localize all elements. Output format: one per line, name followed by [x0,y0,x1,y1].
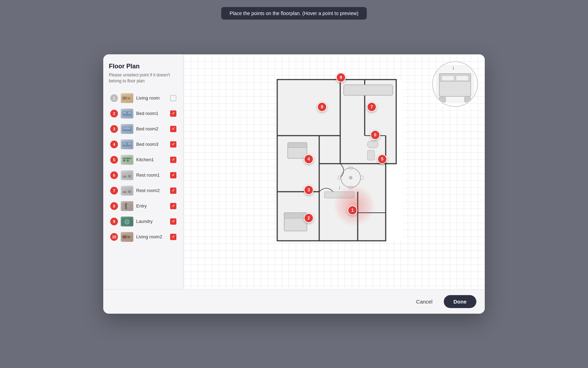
svg-rect-5 [123,112,126,114]
svg-rect-58 [368,141,378,148]
room-name: Laundry [136,219,167,224]
room-name: Kitchen1 [136,157,167,162]
room-checkbox[interactable] [170,95,176,101]
sidebar: Floor Plan Please unselect point if it d… [103,54,184,289]
room-number: 3 [110,125,118,133]
svg-rect-22 [123,191,126,193]
cancel-button[interactable]: Cancel [409,295,440,308]
room-name: Rest room1 [136,172,167,178]
svg-rect-54 [288,143,307,148]
svg-rect-67 [439,97,446,102]
list-item[interactable]: 7 Rest room2 [109,184,178,198]
svg-rect-66 [456,76,468,81]
room-number: 8 [110,202,118,210]
room-number: 10 [110,233,118,241]
tooltip-text: Place the points on the floorplan. (Hove… [230,11,358,16]
tooltip-bar: Place the points on the floorplan. (Hove… [221,7,367,20]
room-thumbnail [121,155,133,165]
list-item[interactable]: 6 Rest room1 [109,168,178,182]
room-thumbnail [121,232,133,242]
room-checkbox[interactable] [170,188,176,194]
svg-rect-15 [123,158,131,159]
modal: Floor Plan Please unselect point if it d… [103,54,485,314]
room-checkbox[interactable] [170,218,176,225]
svg-text:↓: ↓ [452,64,455,70]
svg-rect-60 [324,192,354,198]
room-name: Bed room2 [136,126,167,131]
svg-point-23 [128,190,131,193]
room-thumbnail [121,170,133,180]
floorplan-point-9[interactable]: 9 [336,73,346,82]
room-thumbnail [121,186,133,196]
room-thumbnail [121,124,133,134]
floorplan-point-6[interactable]: 6 [370,130,380,140]
sidebar-subtitle: Please unselect point if it doesn't belo… [109,72,178,84]
floorplan-point-7[interactable]: 7 [367,102,377,112]
floorplan-point-8[interactable]: 8 [317,102,327,112]
svg-rect-61 [344,85,393,95]
svg-rect-2 [127,97,130,99]
done-button[interactable]: Done [444,295,477,308]
svg-point-16 [123,159,125,162]
floorplan-point-1[interactable]: 1 [348,205,357,215]
room-number: 6 [110,171,118,179]
svg-point-17 [127,159,129,162]
svg-rect-9 [123,127,131,129]
list-item[interactable]: 9 Laundry [109,214,178,229]
svg-point-48 [349,176,352,179]
room-name: Rest room2 [136,188,167,193]
room-number: 1 [110,94,118,102]
room-checkbox[interactable] [170,110,176,117]
preview-svg: ↓ [434,63,476,105]
list-item[interactable]: 10 Living room2 [109,230,178,244]
room-checkbox[interactable] [170,126,176,132]
canvas-area[interactable]: ↓ 1 2 3 4 5 6 [184,54,485,289]
modal-body: Floor Plan Please unselect point if it d… [103,54,485,289]
room-checkbox[interactable] [170,141,176,148]
list-item[interactable]: 3 Bed room2 [109,122,178,136]
svg-rect-31 [122,236,127,238]
svg-rect-59 [368,150,374,160]
list-item[interactable]: 2 Bed room1 [109,107,178,121]
list-item[interactable]: 5 Kitchen1 [109,153,178,167]
floorplan-point-5[interactable]: 5 [377,154,387,164]
modal-footer: Cancel Done [103,289,485,314]
room-number: 4 [110,141,118,148]
floorplan-point-2[interactable]: 2 [304,213,314,223]
room-thumbnail [121,139,133,149]
room-number: 9 [110,218,118,225]
room-name: Living room2 [136,234,167,239]
floorplan-point-3[interactable]: 3 [304,185,314,195]
svg-rect-6 [128,112,131,114]
room-name: Bed room1 [136,111,167,116]
svg-rect-32 [127,236,130,238]
list-item[interactable]: 8 Entry [109,199,178,213]
sidebar-title: Floor Plan [109,63,178,70]
list-item[interactable]: 4 Bed room3 [109,137,178,151]
svg-rect-68 [464,97,471,102]
room-checkbox[interactable] [170,203,176,209]
svg-rect-19 [123,176,126,178]
room-name: Living room [136,95,167,101]
floorplan-container[interactable]: ↓ 1 2 3 4 5 6 [270,73,410,248]
svg-rect-1 [122,97,127,100]
svg-rect-25 [125,203,127,209]
room-thumbnail [121,201,133,211]
floorplan-point-4[interactable]: 4 [304,154,314,164]
svg-rect-12 [123,143,126,145]
room-number: 2 [110,110,118,117]
room-number: 7 [110,187,118,195]
room-thumbnail [121,109,133,118]
svg-point-20 [128,175,131,178]
list-item[interactable]: 1 Living room [109,91,178,105]
svg-point-29 [126,221,128,223]
room-thumbnail [121,93,133,103]
room-checkbox[interactable] [170,234,176,240]
room-name: Bed room3 [136,142,167,147]
room-checkbox[interactable] [170,157,176,163]
room-name: Entry [136,203,167,209]
floorplan-svg: ↓ [270,73,410,248]
preview-circle: ↓ [432,61,478,107]
room-checkbox[interactable] [170,172,176,178]
svg-rect-13 [128,143,131,145]
